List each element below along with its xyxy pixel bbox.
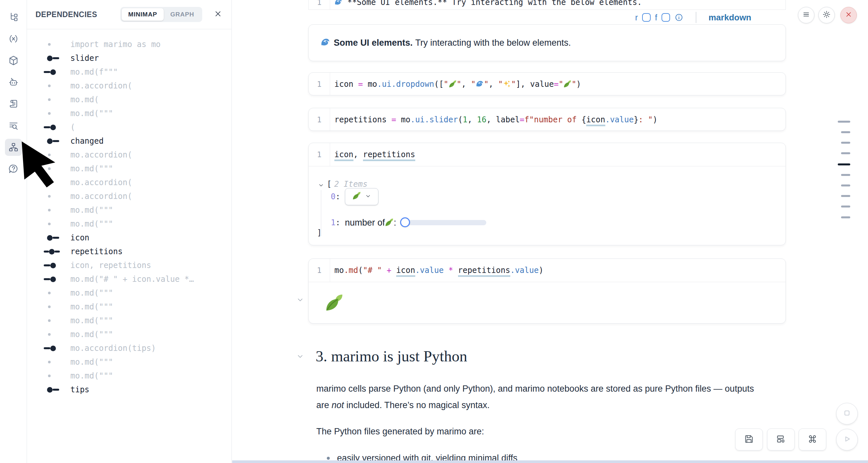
fstring-checkbox[interactable] xyxy=(661,13,670,22)
cell-marker-icon xyxy=(44,125,67,130)
scrollmap-line[interactable] xyxy=(841,216,850,218)
shutdown-button[interactable] xyxy=(840,7,857,23)
language-badge[interactable]: markdown xyxy=(709,12,751,23)
minimap-item-label: mo.accordion(tips) xyxy=(70,344,156,353)
scrollmap-line[interactable] xyxy=(841,131,850,133)
minimap-item[interactable]: mo.md(""" xyxy=(27,369,231,383)
slider-label: number of xyxy=(345,218,385,228)
minimap-item[interactable]: import marimo as mo xyxy=(27,37,231,51)
menu-icon xyxy=(802,10,810,20)
repetitions-slider[interactable] xyxy=(401,220,486,225)
scrollmap-line-current[interactable] xyxy=(838,163,850,165)
tab-minimap[interactable]: MINIMAP xyxy=(122,8,164,21)
code-editor[interactable]: icon, repetitions xyxy=(330,143,785,166)
code-editor[interactable]: mo.md("# " + icon.value * repetitions.va… xyxy=(330,259,785,282)
minimap-item-label: mo.md("# " + icon.value *… xyxy=(70,275,194,284)
scrollmap-line[interactable] xyxy=(838,121,850,123)
minimap-item[interactable]: mo.md(""" xyxy=(27,355,231,369)
menu-button[interactable] xyxy=(798,7,814,23)
minimap-item[interactable]: slider xyxy=(27,51,231,65)
minimap-item[interactable]: icon, repetitions xyxy=(27,258,231,272)
cell-marker-icon xyxy=(44,69,67,75)
layout-grid-button[interactable] xyxy=(767,429,795,451)
minimap-item-label: mo.accordion( xyxy=(70,178,132,187)
cell-marker-icon xyxy=(44,43,67,46)
minimap-item[interactable]: icon xyxy=(27,231,231,245)
minimap-item[interactable]: mo.md( xyxy=(27,93,231,106)
minimap-item[interactable]: mo.md(f""" xyxy=(27,65,231,79)
settings-gear-button[interactable] xyxy=(818,7,835,23)
ai-robot-icon[interactable] xyxy=(5,74,22,91)
wave-icon xyxy=(334,0,343,7)
scrollmap-line[interactable] xyxy=(841,174,850,176)
minimap-item[interactable]: mo.md(""" xyxy=(27,217,231,231)
bottom-scroll-strip[interactable] xyxy=(232,460,868,463)
minimap-item[interactable]: tips xyxy=(27,383,231,397)
cell-marker-icon xyxy=(44,195,67,197)
minimap-item-label: mo.md(""" xyxy=(70,358,113,367)
clipped-markdown-editor[interactable]: 1 **Some UI elements.** Try interacting … xyxy=(308,0,786,10)
scrollmap-line[interactable] xyxy=(841,142,850,144)
tree-collapse-icon[interactable] xyxy=(318,181,324,187)
view-switcher: MINIMAP GRAPH xyxy=(120,7,202,22)
cell-collapse-chevron[interactable] xyxy=(296,296,304,305)
scrollmap-line[interactable] xyxy=(841,184,850,186)
cell-marker-icon xyxy=(44,223,67,225)
minimap-item[interactable]: mo.md(""" xyxy=(27,328,231,341)
stop-button[interactable] xyxy=(836,403,858,425)
toolbar-divider xyxy=(696,12,696,23)
help-icon[interactable] xyxy=(5,160,22,178)
minimap-item[interactable]: mo.md(""" xyxy=(27,203,231,217)
cell-marker-icon xyxy=(44,374,67,377)
cell-marker-icon xyxy=(44,263,67,268)
command-key-button[interactable] xyxy=(799,429,826,451)
minimap-item-label: icon xyxy=(70,233,89,242)
section-collapse-chevron[interactable] xyxy=(296,352,304,362)
minimap-item[interactable]: ( xyxy=(27,120,231,134)
slider-thumb[interactable] xyxy=(400,217,410,227)
minimap-item[interactable]: mo.md(""" xyxy=(27,286,231,300)
code-editor[interactable]: repetitions = mo.ui.slider(1, 16, label=… xyxy=(330,108,785,131)
save-button[interactable] xyxy=(735,429,763,451)
minimap-item[interactable]: mo.md(""" xyxy=(27,314,231,328)
raw-checkbox[interactable] xyxy=(642,13,651,22)
package-icon[interactable] xyxy=(5,52,22,69)
minimap-item-label: ( xyxy=(70,123,75,132)
cell-marker-icon xyxy=(44,112,67,115)
cell-marker-icon xyxy=(44,292,67,294)
dependency-graph-icon[interactable] xyxy=(5,139,22,156)
minimap-item[interactable]: mo.accordion(tips) xyxy=(27,341,231,355)
code-editor[interactable]: icon = mo.ui.dropdown(["", "", ""], valu… xyxy=(330,73,785,95)
minimap-item[interactable]: repetitions xyxy=(27,245,231,258)
tab-graph[interactable]: GRAPH xyxy=(164,8,201,21)
bullet-dot xyxy=(327,457,330,460)
save-icon xyxy=(744,434,754,445)
cell-md-heading: 1 mo.md("# " + icon.value * repetitions.… xyxy=(308,258,786,323)
minimap-item[interactable]: mo.accordion( xyxy=(27,79,231,93)
play-button[interactable] xyxy=(836,429,858,451)
tree-index-1: 1 xyxy=(331,218,335,227)
minimap-item[interactable]: mo.md(""" xyxy=(27,300,231,314)
minimap-item[interactable]: mo.md(""" xyxy=(27,106,231,120)
minimap-item[interactable]: mo.accordion( xyxy=(27,189,231,203)
scrollmap-line[interactable] xyxy=(841,206,850,208)
icon-dropdown[interactable] xyxy=(345,188,378,205)
minimap-item-label: repetitions xyxy=(70,247,123,256)
minimap-item-label: mo.accordion( xyxy=(70,192,132,201)
log-search-icon[interactable] xyxy=(5,117,22,134)
dependencies-panel: DEPENDENCIES MINIMAP GRAPH import marimo… xyxy=(27,0,232,463)
variables-icon[interactable] xyxy=(5,30,22,48)
dependencies-header: DEPENDENCIES MINIMAP GRAPH xyxy=(27,0,231,29)
cell-marker-icon xyxy=(44,333,67,336)
info-icon[interactable] xyxy=(674,13,684,22)
scrollmap-line[interactable] xyxy=(841,195,850,197)
minimap-item-label: mo.md(""" xyxy=(70,109,113,118)
file-tree-icon[interactable] xyxy=(5,8,22,26)
close-panel-button[interactable] xyxy=(213,9,223,20)
scrollmap-line[interactable] xyxy=(841,152,850,154)
markdown-output: Some UI elements. Try interacting with t… xyxy=(308,24,786,61)
cell-dropdown-def: 1 icon = mo.ui.dropdown(["", "", ""], va… xyxy=(308,72,786,95)
snippets-scroll-icon[interactable] xyxy=(5,95,22,113)
minimap-item[interactable]: mo.md("# " + icon.value *… xyxy=(27,272,231,286)
minimap-item-label: slider xyxy=(70,54,99,63)
